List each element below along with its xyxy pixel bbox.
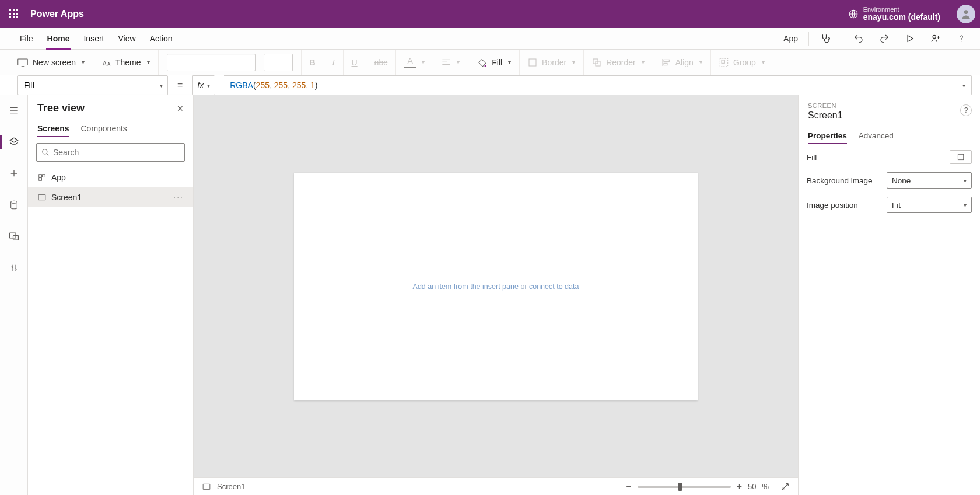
text-align-button[interactable]: ▾: [433, 50, 468, 75]
app-launcher-button[interactable]: [5, 5, 23, 23]
zoom-value: 50: [748, 482, 756, 491]
undo-button[interactable]: [847, 28, 870, 49]
property-selector[interactable]: Fill ▾: [18, 75, 168, 95]
properties-type-label: SCREEN: [808, 102, 971, 109]
theme-button[interactable]: Theme ▾: [93, 50, 159, 75]
app-checker-button[interactable]: [814, 28, 837, 49]
formula-input[interactable]: RGBA(255, 255, 255, 1) ▾: [224, 75, 972, 95]
zoom-slider-thumb[interactable]: [678, 483, 682, 491]
font-size-dropdown[interactable]: [264, 50, 302, 75]
rail-media-button[interactable]: [5, 227, 23, 246]
new-screen-button[interactable]: New screen ▾: [0, 50, 93, 75]
fill-color-swatch[interactable]: [950, 150, 972, 164]
bold-button[interactable]: B: [302, 50, 324, 75]
svg-point-27: [43, 149, 47, 154]
rail-tools-button[interactable]: [5, 259, 23, 277]
svg-rect-21: [722, 60, 724, 63]
hamburger-icon: [9, 106, 19, 114]
user-avatar[interactable]: [957, 5, 975, 23]
tree-item-screen1[interactable]: Screen1 ···: [28, 187, 193, 207]
canvas-screen[interactable]: Add an item from the insert pane or conn…: [294, 173, 698, 400]
font-family-box[interactable]: [167, 54, 256, 71]
font-size-box[interactable]: [264, 54, 293, 71]
italic-button[interactable]: I: [324, 50, 344, 75]
theme-label: Theme: [116, 58, 141, 67]
chevron-down-icon: ▾: [572, 59, 575, 65]
menu-right-tools: App: [778, 28, 980, 49]
formula-arg-3: 1: [310, 81, 315, 90]
underline-button[interactable]: U: [344, 50, 366, 75]
bgimage-dropdown[interactable]: None ▾: [887, 172, 972, 189]
redo-button[interactable]: [873, 28, 896, 49]
left-rail: [0, 95, 28, 495]
border-button[interactable]: Border ▾: [520, 50, 584, 75]
svg-rect-20: [720, 58, 727, 66]
group-button[interactable]: Group ▾: [711, 50, 773, 75]
tab-advanced[interactable]: Advanced: [859, 128, 894, 144]
menu-home[interactable]: Home: [40, 28, 77, 49]
fill-button[interactable]: Fill ▾: [468, 50, 520, 75]
waffle-icon: [9, 9, 19, 19]
rail-tree-view-button[interactable]: [5, 133, 23, 151]
menu-action[interactable]: Action: [143, 28, 180, 49]
formula-arg-0: 255: [256, 81, 270, 90]
formula-bar: Fill ▾ = fx ▾ RGBA(255, 255, 255, 1) ▾: [0, 75, 980, 95]
menu-view[interactable]: View: [111, 28, 142, 49]
svg-rect-15: [529, 59, 536, 66]
preview-button[interactable]: [898, 28, 922, 49]
chevron-down-icon: ▾: [642, 59, 645, 65]
reorder-label: Reorder: [606, 58, 636, 67]
svg-point-11: [828, 38, 830, 40]
reorder-button[interactable]: Reorder ▾: [584, 50, 653, 75]
fit-to-window-button[interactable]: [780, 482, 790, 491]
canvas-viewport[interactable]: Add an item from the insert pane or conn…: [194, 95, 798, 477]
chevron-down-icon: ▾: [699, 59, 702, 65]
app-title: Power Apps: [30, 9, 84, 19]
tree-search-input[interactable]: [53, 148, 180, 157]
tree-item-more-button[interactable]: ···: [173, 193, 184, 202]
zoom-slider[interactable]: [638, 486, 731, 488]
imgpos-dropdown[interactable]: Fit ▾: [887, 197, 972, 213]
formula-arg-1: 255: [274, 81, 288, 90]
tree-search[interactable]: [36, 143, 185, 162]
plus-icon: [9, 169, 19, 178]
formula-expand-icon[interactable]: ▾: [963, 82, 965, 89]
workspace: Tree view ✕ Screens Components App: [0, 95, 980, 495]
svg-rect-28: [39, 175, 42, 177]
tab-components[interactable]: Components: [80, 120, 127, 137]
align-left-icon: [442, 58, 451, 67]
rail-data-button[interactable]: [5, 196, 23, 214]
svg-rect-1: [13, 9, 15, 11]
menu-insert[interactable]: Insert: [76, 28, 111, 49]
fx-button[interactable]: fx ▾: [192, 75, 215, 95]
strike-button[interactable]: abc: [366, 50, 397, 75]
tree-tabs: Screens Components: [28, 118, 193, 137]
help-button[interactable]: [950, 28, 973, 49]
zoom-out-button[interactable]: −: [626, 482, 631, 492]
chevron-down-icon: ▾: [82, 59, 85, 65]
connect-data-link[interactable]: connect to data: [529, 283, 579, 291]
app-settings-button[interactable]: App: [778, 28, 804, 49]
tab-screens[interactable]: Screens: [37, 120, 69, 137]
insert-pane-link[interactable]: Add an item from the insert pane: [413, 283, 519, 291]
share-button[interactable]: [924, 28, 947, 49]
tree-item-app[interactable]: App: [28, 168, 193, 187]
zoom-in-button[interactable]: +: [737, 482, 742, 492]
app-icon: [37, 173, 47, 182]
sliders-icon: [10, 263, 18, 273]
align-button[interactable]: Align ▾: [653, 50, 711, 75]
rail-insert-button[interactable]: [5, 164, 23, 183]
menu-file[interactable]: File: [13, 28, 40, 49]
ribbon: New screen ▾ Theme ▾ B I U abc A ▾ ▾: [0, 50, 980, 75]
font-family-dropdown[interactable]: [159, 50, 264, 75]
undo-icon: [853, 33, 864, 44]
expand-icon: [780, 482, 790, 491]
prop-row-fill: Fill: [807, 150, 972, 164]
font-color-button[interactable]: A ▾: [396, 50, 433, 75]
tree-close-button[interactable]: ✕: [177, 104, 184, 113]
svg-rect-31: [38, 194, 46, 200]
environment-picker[interactable]: Environment enayu.com (default): [848, 6, 940, 22]
rail-hamburger-button[interactable]: [5, 101, 23, 120]
properties-help-button[interactable]: ?: [960, 104, 972, 116]
tab-properties[interactable]: Properties: [808, 128, 847, 144]
